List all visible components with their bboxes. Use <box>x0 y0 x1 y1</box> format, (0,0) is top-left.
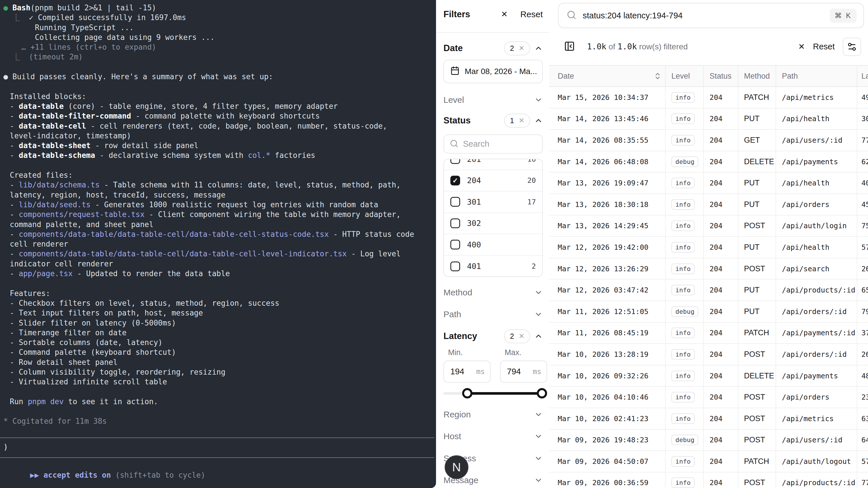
terminal-line: Running TypeScript ... <box>0 23 436 32</box>
filter-section-status[interactable]: Status 1 ✕ <box>443 111 543 130</box>
column-header-path[interactable]: Path <box>776 66 857 86</box>
filter-section-date[interactable]: Date 2 ✕ <box>443 39 543 57</box>
status-option[interactable]: 20116 <box>444 159 542 170</box>
cell-latency: 57 <box>857 451 868 472</box>
latency-max-input[interactable]: 794 ms <box>500 361 547 383</box>
checkbox[interactable] <box>451 240 460 249</box>
command-search-bar[interactable]: status:204 latency:194-794 ⌘ K <box>558 3 864 28</box>
terminal-prompt[interactable]: ) <box>0 443 438 451</box>
cell-latency: 45 <box>857 194 868 215</box>
chevron-up-icon[interactable] <box>534 44 543 53</box>
table-row[interactable]: Mar 09, 2026 19:48:23debug204POST/api/us… <box>549 430 868 451</box>
chevron-up-icon[interactable] <box>534 332 543 340</box>
table-body: Mar 15, 2026 10:34:37info204PATCH/api/me… <box>549 87 868 488</box>
table-row[interactable]: Mar 14, 2026 08:35:55info204GET/api/user… <box>549 130 868 151</box>
clear-filter-icon[interactable]: ✕ <box>519 117 524 124</box>
cell-date: Mar 13, 2026 18:30:18 <box>549 194 665 215</box>
table-row[interactable]: Mar 13, 2026 19:09:47info204PUT/api/heal… <box>549 173 868 194</box>
terminal-line <box>0 278 436 288</box>
clear-filter-icon[interactable]: ✕ <box>519 45 524 52</box>
table-row[interactable]: Mar 10, 2026 02:41:23info204POST/api/met… <box>549 408 868 430</box>
filter-section-method[interactable]: Method <box>443 283 543 302</box>
view-settings-button[interactable] <box>843 38 861 56</box>
checkbox[interactable] <box>451 197 460 207</box>
cell-status: 204 <box>704 323 738 344</box>
table-reset-button[interactable]: Reset <box>813 42 835 51</box>
cell-method: PATCH <box>738 323 776 344</box>
clear-filter-icon[interactable]: ✕ <box>519 333 524 340</box>
cell-latency: 30 <box>857 109 868 129</box>
status-option[interactable]: 400 <box>444 234 542 256</box>
table-row[interactable]: Mar 09, 2026 00:36:59info204POST/api/pro… <box>549 472 868 488</box>
filter-section-latency[interactable]: Latency 2 ✕ <box>443 327 543 345</box>
filter-badge[interactable]: 2 ✕ <box>504 41 530 55</box>
table-row[interactable]: Mar 10, 2026 09:32:26info204DELETE/api/p… <box>549 365 868 387</box>
date-range-input[interactable]: Mar 08, 2026 - Ma... <box>443 60 543 83</box>
clear-filters-icon[interactable]: ✕ <box>798 43 805 51</box>
table-row[interactable]: Mar 13, 2026 18:30:18info204PUT/api/orde… <box>549 194 868 216</box>
table-header-row: Date Level Status Method Path Latency <box>549 65 868 87</box>
checkbox[interactable]: ✓ <box>451 176 460 185</box>
status-option[interactable]: 4012 <box>444 256 542 277</box>
column-header-date[interactable]: Date <box>549 66 665 86</box>
cell-path: /api/users/:id <box>776 130 857 151</box>
status-option[interactable]: ✓20420 <box>444 170 542 192</box>
cell-level: info <box>665 323 704 344</box>
latency-min-input[interactable]: 194 ms <box>443 361 491 383</box>
status-option-label: 204 <box>467 176 520 185</box>
filters-reset-button[interactable]: Reset <box>520 9 543 19</box>
cell-date: Mar 09, 2026 00:36:59 <box>549 472 665 488</box>
column-header-level[interactable]: Level <box>665 66 704 86</box>
table-row[interactable]: Mar 12, 2026 03:47:42info204PUT/api/prod… <box>549 280 868 301</box>
column-header-status[interactable]: Status <box>704 66 738 86</box>
panel-left-close-icon[interactable] <box>564 41 575 53</box>
chevron-down-icon[interactable] <box>534 454 543 463</box>
filter-badge[interactable]: 2 ✕ <box>504 329 530 343</box>
status-search-input[interactable]: Search <box>443 134 543 154</box>
chevron-down-icon[interactable] <box>534 432 543 440</box>
chevron-up-icon[interactable] <box>534 116 543 125</box>
terminal-line: - Column visibility toggle, reordering, … <box>0 367 436 377</box>
latency-range-slider[interactable] <box>443 391 543 396</box>
table-row[interactable]: Mar 11, 2026 12:51:05debug204PUT/api/ord… <box>549 301 868 323</box>
chevron-down-icon[interactable] <box>534 96 543 104</box>
table-row[interactable]: Mar 12, 2026 13:26:29info204POST/api/sea… <box>549 258 868 280</box>
cell-date: Mar 12, 2026 19:42:00 <box>549 237 665 258</box>
column-header-method[interactable]: Method <box>738 66 776 86</box>
cell-latency: 40 <box>857 173 868 193</box>
status-option[interactable]: 30117 <box>444 191 542 213</box>
checkbox[interactable] <box>451 218 460 228</box>
table-row[interactable]: Mar 09, 2026 04:50:07info204PATCH/api/au… <box>549 451 868 472</box>
table-row[interactable]: Mar 14, 2026 06:48:08debug204DELETE/api/… <box>549 151 868 173</box>
cell-method: PUT <box>738 109 776 129</box>
checkbox[interactable] <box>451 159 460 164</box>
filter-section-level[interactable]: Level <box>443 91 543 109</box>
chevron-down-icon[interactable] <box>534 288 543 297</box>
table-row[interactable]: Mar 10, 2026 13:28:19info204POST/api/ord… <box>549 344 868 365</box>
table-row[interactable]: Mar 15, 2026 10:34:37info204PATCH/api/me… <box>549 87 868 109</box>
chevron-down-icon[interactable] <box>534 476 543 485</box>
chevron-down-icon[interactable] <box>534 310 543 318</box>
nextjs-dev-indicator-button[interactable]: N <box>445 455 468 479</box>
chevron-down-icon[interactable] <box>534 410 543 419</box>
column-header-latency[interactable]: Latency <box>857 66 868 86</box>
sort-icon[interactable] <box>654 72 662 80</box>
filter-section-host[interactable]: Host <box>443 427 543 446</box>
filter-section-path[interactable]: Path <box>443 305 543 324</box>
table-row[interactable]: Mar 11, 2026 08:45:19info204PATCH/api/pa… <box>549 323 868 344</box>
slider-max-handle[interactable] <box>537 388 547 398</box>
table-row[interactable]: Mar 14, 2026 13:45:46info204PUT/api/heal… <box>549 109 868 130</box>
close-icon[interactable]: ✕ <box>501 10 507 19</box>
cell-latency: 26 <box>857 258 868 279</box>
cell-method: GET <box>738 130 776 151</box>
cell-method: POST <box>738 344 776 365</box>
filter-section-region[interactable]: Region <box>443 405 543 424</box>
status-option[interactable]: 302 <box>444 213 542 235</box>
filter-badge[interactable]: 1 ✕ <box>504 114 530 128</box>
cell-date: Mar 12, 2026 03:47:42 <box>549 280 665 301</box>
table-row[interactable]: Mar 12, 2026 19:42:00info204PUT/api/heal… <box>549 237 868 258</box>
table-row[interactable]: Mar 13, 2026 14:29:45info204POST/api/aut… <box>549 216 868 237</box>
table-row[interactable]: Mar 10, 2026 04:10:46info204POST/api/ord… <box>549 387 868 408</box>
checkbox[interactable] <box>451 262 460 271</box>
slider-min-handle[interactable] <box>462 388 472 398</box>
